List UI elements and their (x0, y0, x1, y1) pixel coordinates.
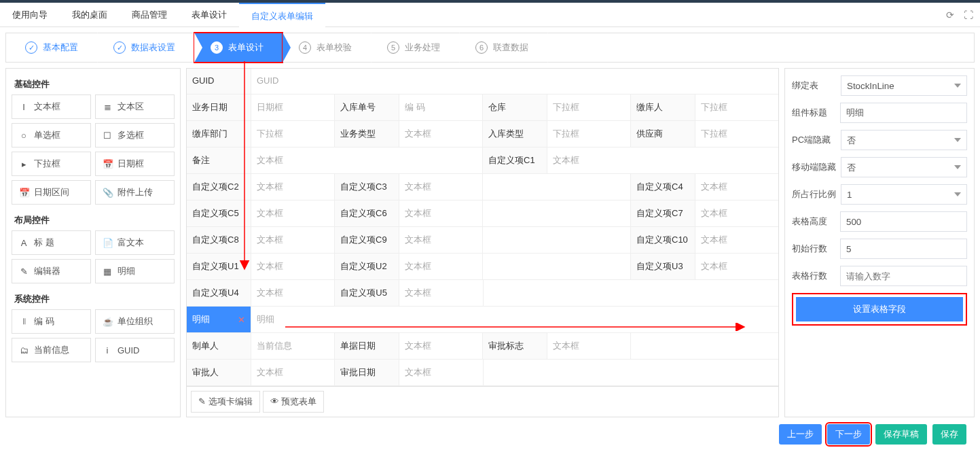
form-cell[interactable]: 自定义项C6文本框 (335, 201, 483, 226)
form-cell[interactable]: 备注文本框 (187, 147, 483, 173)
palette-item[interactable]: 📅日期框 (95, 152, 175, 176)
form-cell-label: 自定义项C7 (631, 201, 695, 226)
table-rows-input[interactable] (840, 266, 967, 286)
tab-0[interactable]: 使用向导 (0, 3, 60, 27)
tab-2[interactable]: 商品管理 (120, 3, 179, 27)
mobile-hide-select[interactable]: 否 (841, 157, 967, 177)
form-cell[interactable]: 自定义项U1文本框 (187, 254, 335, 279)
form-cell[interactable]: 自定义项C8文本框 (187, 227, 335, 253)
label-row-ratio: 所占行比例 (792, 188, 841, 201)
tab-4[interactable]: 自定义表单编辑 (239, 3, 325, 27)
label-pc-hide: PC端隐藏 (792, 134, 841, 146)
palette-item[interactable]: I文本框 (12, 94, 91, 119)
palette-item[interactable]: 📎附件上传 (95, 180, 175, 205)
form-cell-label: 仓库 (483, 94, 547, 120)
form-cell[interactable]: 自定义项C4文本框 (631, 174, 778, 200)
step-3[interactable]: 4表单校验 (283, 33, 371, 63)
close-icon[interactable]: ✕ (238, 315, 245, 325)
form-cell[interactable]: 自定义项U3文本框 (631, 254, 778, 279)
component-title-input[interactable] (840, 103, 967, 123)
form-cell[interactable]: 仓库下拉框 (483, 94, 631, 120)
refresh-icon[interactable]: ⟳ (946, 10, 954, 20)
palette-section-title: 基础控件 (12, 74, 175, 94)
form-cell[interactable] (483, 254, 631, 279)
pc-hide-select[interactable]: 否 (841, 130, 967, 150)
palette-item[interactable]: ▦明细 (95, 259, 175, 283)
palette-item-icon: ☐ (103, 131, 112, 141)
palette-item[interactable]: A标 题 (12, 230, 91, 255)
form-cell-control: 文本框 (695, 201, 778, 226)
tab-1[interactable]: 我的桌面 (60, 3, 120, 27)
preview-button[interactable]: 👁 预览表单 (263, 391, 325, 413)
save-draft-button[interactable]: 保存草稿 (875, 424, 927, 445)
save-button[interactable]: 保存 (932, 424, 966, 445)
form-cell[interactable]: 业务日期日期框 (187, 94, 335, 120)
row-ratio-select[interactable]: 1 (841, 184, 967, 205)
form-row: 审批人文本框审批日期文本框 (187, 360, 778, 386)
form-cell[interactable] (483, 201, 631, 226)
form-cell[interactable]: 自定义项C2文本框 (187, 174, 335, 200)
form-cell[interactable]: 制单人当前信息 (187, 333, 335, 359)
palette-item-label: 单位组织 (117, 315, 153, 328)
form-cell[interactable]: 供应商下拉框 (631, 121, 778, 147)
step-5[interactable]: 6联查数据 (459, 33, 547, 63)
palette-item-icon: ▸ (19, 159, 29, 169)
form-body[interactable]: GUIDGUID业务日期日期框入库单号编 码仓库下拉框缴库人下拉框缴库部门下拉框… (187, 69, 778, 386)
form-cell[interactable]: 缴库部门下拉框 (187, 121, 335, 147)
form-cell[interactable]: 审批日期文本框 (335, 360, 483, 385)
form-cell[interactable]: 业务类型文本框 (335, 121, 483, 147)
palette-item-label: 文本区 (117, 101, 144, 113)
init-rows-input[interactable] (840, 239, 967, 259)
tab-3[interactable]: 表单设计 (179, 3, 239, 27)
form-cell[interactable]: 自定义项C5文本框 (187, 201, 335, 226)
form-cell[interactable]: 自定义项U4文本框 (187, 280, 335, 306)
form-cell[interactable] (631, 333, 778, 359)
prev-button[interactable]: 上一步 (779, 424, 822, 445)
form-cell[interactable]: 自定义项C1文本框 (483, 147, 778, 173)
step-2[interactable]: 3表单设计 (194, 33, 283, 63)
palette-item[interactable]: ⦀编 码 (12, 309, 91, 334)
palette-item[interactable]: 📅日期区间 (12, 180, 91, 205)
form-cell[interactable]: 自定义项C3文本框 (335, 174, 483, 200)
table-height-input[interactable] (840, 211, 967, 232)
form-cell[interactable]: 入库单号编 码 (335, 94, 483, 120)
form-cell-control: 文本框 (399, 174, 482, 200)
form-cell[interactable]: 审批标志文本框 (483, 333, 631, 359)
palette-item[interactable]: 🗂当前信息 (12, 338, 91, 362)
palette-item[interactable]: iGUID (95, 338, 175, 362)
form-cell[interactable]: 单据日期文本框 (335, 333, 483, 359)
property-panel: 绑定表StockInLine 组件标题 PC端隐藏否 移动端隐藏否 所占行比例1… (784, 68, 975, 417)
form-cell[interactable]: 明细✕明细 (187, 307, 778, 332)
step-4[interactable]: 5业务处理 (371, 33, 459, 63)
palette-item[interactable]: ○单选框 (12, 123, 91, 147)
form-cell[interactable]: GUIDGUID (187, 69, 778, 94)
form-cell[interactable]: 审批人文本框 (187, 360, 335, 385)
expand-icon[interactable]: ⛶ (964, 10, 973, 20)
form-row: 自定义项U1文本框自定义项U2文本框自定义项U3文本框 (187, 254, 778, 280)
bind-table-select[interactable]: StockInLine (841, 75, 967, 96)
form-cell[interactable]: 自定义项U5文本框 (335, 280, 483, 306)
form-cell[interactable]: 自定义项C7文本框 (631, 201, 778, 226)
step-0[interactable]: 基本配置 (9, 33, 97, 63)
palette-item[interactable]: 📄富文本 (95, 230, 175, 255)
set-table-columns-button[interactable]: 设置表格字段 (796, 297, 963, 321)
form-cell[interactable]: 自定义项C9文本框 (335, 227, 483, 253)
form-cell[interactable]: 自定义项U2文本框 (335, 254, 483, 279)
form-cell[interactable]: 入库类型下拉框 (483, 121, 631, 147)
next-button[interactable]: 下一步 (827, 424, 870, 445)
palette-item[interactable]: ≣文本区 (95, 94, 175, 119)
form-cell[interactable] (484, 280, 779, 306)
form-cell[interactable]: 缴库人下拉框 (631, 94, 778, 120)
form-cell[interactable] (484, 360, 779, 385)
form-cell[interactable]: 自定义项C10文本框 (631, 227, 778, 253)
palette-item[interactable]: ▸下拉框 (12, 152, 91, 176)
palette-item[interactable]: ☐多选框 (95, 123, 175, 147)
step-1[interactable]: 数据表设置 (97, 33, 194, 63)
palette-item[interactable]: ☕单位组织 (95, 309, 175, 334)
form-cell[interactable] (483, 174, 631, 200)
tab-edit-button[interactable]: ✎ 选项卡编辑 (191, 391, 260, 413)
palette-item[interactable]: ✎编辑器 (12, 259, 91, 283)
form-cell[interactable] (483, 227, 631, 253)
palette-section-title: 布局控件 (12, 210, 175, 230)
form-cell-control: 文本框 (251, 174, 334, 200)
